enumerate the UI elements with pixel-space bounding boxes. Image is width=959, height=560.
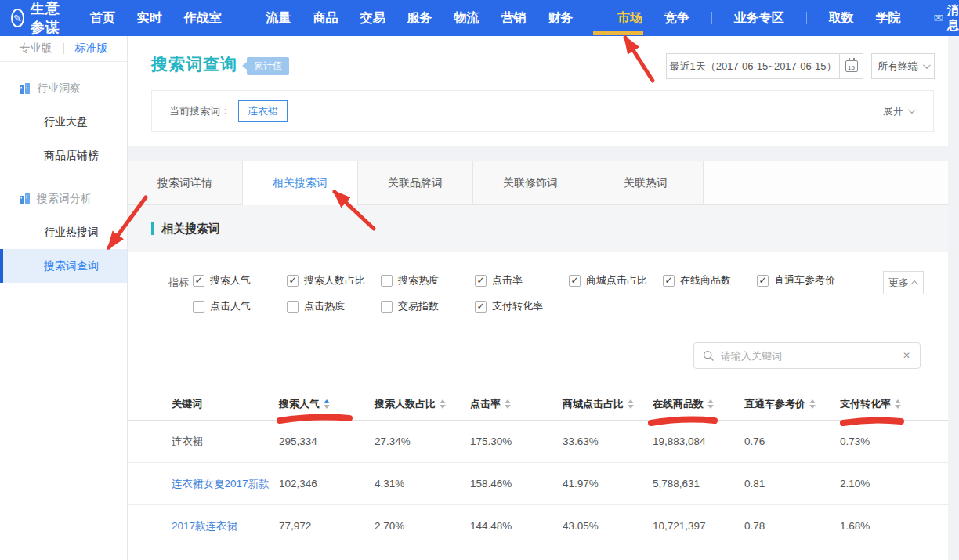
cell-keyword-link[interactable]: 连衣裙女夏2017新款 (172, 477, 279, 491)
cell-value: 144.48% (470, 520, 563, 532)
col-click-rate[interactable]: 点击率 (470, 397, 563, 411)
tab-related-hot-words[interactable]: 关联热词 (588, 161, 704, 204)
sort-icon[interactable] (628, 399, 634, 409)
envelope-icon: ✉ (933, 11, 943, 25)
terminal-filter-dropdown[interactable]: 所有终端 (871, 53, 935, 79)
sort-icon[interactable] (809, 399, 816, 409)
nav-item-market[interactable]: 市场 (617, 10, 642, 27)
expand-toggle[interactable]: 展开 (883, 104, 914, 118)
tab-standard-version[interactable]: 标准版 (75, 42, 108, 56)
tab-pro-version[interactable]: 专业版 (20, 42, 52, 56)
nav-item-academy[interactable]: 学院 (875, 10, 900, 27)
checkbox-box (757, 275, 769, 287)
cell-value: 0.78 (744, 520, 840, 532)
nav-divider (595, 12, 595, 24)
nav-item-service[interactable]: 服务 (407, 10, 432, 27)
checkbox-payment-conversion[interactable]: 支付转化率 (475, 299, 569, 313)
building-icon (19, 193, 31, 204)
col-mall-click-ratio[interactable]: 商城点击占比 (563, 397, 653, 411)
sidebar-item-hot-search-words[interactable]: 行业热搜词 (0, 215, 127, 249)
tab-related-search-words[interactable]: 相关搜索词 (243, 161, 358, 206)
cell-value: 10,721,397 (653, 520, 744, 532)
cell-value: 5,788,631 (653, 478, 744, 490)
checkbox-box (663, 275, 675, 287)
calendar-button[interactable]: 15 (839, 53, 863, 79)
sidebar-group-label: 行业洞察 (37, 81, 81, 96)
checkbox-click-heat[interactable]: 点击热度 (287, 299, 381, 313)
sidebar-item-product-shop-rank[interactable]: 商品店铺榜 (0, 139, 127, 172)
checkbox-box (381, 301, 393, 313)
checkbox-online-products[interactable]: 在线商品数 (663, 273, 757, 287)
cell-value: 0.76 (744, 435, 840, 447)
nav-item-business-zone[interactable]: 业务专区 (734, 10, 784, 27)
sort-icon[interactable] (895, 399, 901, 409)
keyword-search-box: ✕ (693, 342, 921, 369)
page-header: 搜索词查询 累计值 最近1天（2017-06-15~2017-06-15） 15… (128, 36, 948, 146)
clear-icon[interactable]: ✕ (903, 350, 910, 361)
checkbox-mall-click-ratio[interactable]: 商城点击占比 (569, 273, 663, 287)
sort-icon[interactable] (505, 399, 511, 409)
nav-item-traffic[interactable]: 流量 (266, 10, 291, 27)
column-label: 商城点击占比 (563, 397, 624, 411)
tab-related-brand-words[interactable]: 关联品牌词 (358, 161, 473, 204)
sort-icon[interactable] (707, 399, 714, 409)
cell-value: 175.30% (470, 435, 563, 447)
nav-item-marketing[interactable]: 营销 (501, 10, 526, 27)
chevron-down-icon (923, 61, 931, 69)
app-logo[interactable]: ✎ 生意参谋 (11, 0, 68, 37)
checkbox-box (193, 301, 204, 313)
col-ztc-ref-price[interactable]: 直通车参考价 (744, 397, 840, 411)
checkbox-trade-index[interactable]: 交易指数 (381, 299, 475, 313)
current-keyword-tag[interactable]: 连衣裙 (238, 100, 288, 122)
column-label: 点击率 (470, 397, 501, 411)
checkbox-label: 点击率 (492, 273, 523, 287)
nav-item-logistics[interactable]: 物流 (454, 10, 479, 27)
sidebar: 专业版 标准版 行业洞察 行业大盘 商品店铺榜 搜索词分析 行业热搜词 搜索词查… (0, 36, 128, 560)
nav-item-competition[interactable]: 竞争 (664, 10, 689, 27)
checkbox-search-heat[interactable]: 搜索热度 (381, 273, 475, 287)
checkbox-click-rate[interactable]: 点击率 (475, 273, 569, 287)
nav-item-realtime[interactable]: 实时 (137, 10, 162, 27)
cell-keyword-link[interactable]: 2017款连衣裙 (172, 519, 279, 533)
nav-item-data-fetch[interactable]: 取数 (828, 10, 853, 27)
sidebar-item-search-word-query[interactable]: 搜索词查询 (0, 249, 127, 283)
chevron-up-icon (910, 280, 918, 287)
checkbox-box (475, 275, 487, 287)
col-searcher-ratio[interactable]: 搜索人数占比 (375, 397, 470, 411)
cell-value: 33.63% (563, 435, 653, 447)
brand-name: 生意参谋 (31, 0, 68, 37)
sort-icon[interactable] (440, 399, 446, 409)
current-keyword-label: 当前搜索词： (169, 104, 230, 118)
more-label: 更多 (888, 276, 909, 290)
checkbox-ztc-ref-price[interactable]: 直通车参考价 (757, 273, 851, 287)
tab-divider (63, 43, 64, 54)
nav-item-warroom[interactable]: 作战室 (184, 10, 222, 27)
building-icon (19, 83, 31, 94)
cell-value: 43.05% (563, 520, 653, 532)
more-button[interactable]: 更多 (883, 271, 924, 294)
nav-item-trade[interactable]: 交易 (360, 10, 385, 27)
nav-item-product[interactable]: 商品 (313, 10, 338, 27)
sort-icon[interactable] (324, 399, 330, 409)
nav-item-home[interactable]: 首页 (90, 10, 115, 27)
cell-value: 41.97% (563, 478, 653, 490)
nav-item-finance[interactable]: 财务 (548, 10, 573, 27)
checkbox-box (287, 275, 299, 287)
checkbox-box (475, 301, 487, 313)
messages-button[interactable]: ✉ 消息 (933, 3, 959, 33)
checkbox-click-popularity[interactable]: 点击人气 (193, 299, 287, 313)
col-search-popularity[interactable]: 搜索人气 (279, 397, 375, 411)
search-input[interactable] (721, 350, 903, 362)
tab-filler (704, 161, 948, 204)
cell-value: 2.10% (840, 478, 948, 490)
tab-related-modifier-words[interactable]: 关联修饰词 (473, 161, 588, 204)
col-online-products[interactable]: 在线商品数 (653, 397, 744, 411)
tab-search-word-detail[interactable]: 搜索词详情 (128, 161, 243, 204)
sidebar-item-industry-overview[interactable]: 行业大盘 (0, 105, 127, 139)
col-payment-conversion[interactable]: 支付转化率 (840, 397, 948, 411)
cell-value: 2.70% (375, 520, 470, 532)
nav-divider (244, 12, 244, 24)
date-range-picker[interactable]: 最近1天（2017-06-15~2017-06-15） (666, 53, 840, 79)
checkbox-searcher-ratio[interactable]: 搜索人数占比 (287, 273, 381, 287)
checkbox-search-popularity[interactable]: 搜索人气 (193, 273, 287, 287)
